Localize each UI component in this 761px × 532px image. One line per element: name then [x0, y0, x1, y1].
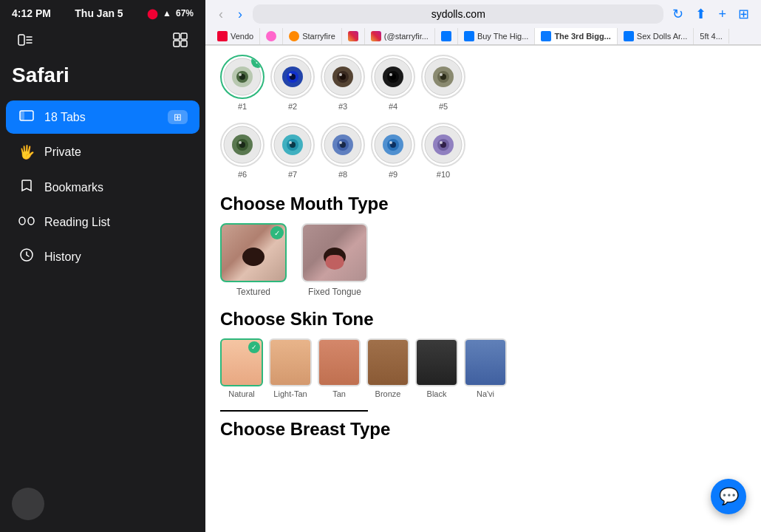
eye-options-row1: #1 #2: [220, 55, 746, 111]
eye-label-3: #3: [338, 102, 347, 111]
record-icon: ⬤: [147, 8, 158, 19]
mouth-option-fixed-tongue[interactable]: Fixed Tongue: [301, 223, 368, 297]
new-tab-action-button[interactable]: +: [715, 5, 729, 24]
tab-item[interactable]: Vendo: [211, 28, 260, 44]
skin-label-light-tan: Light-Tan: [273, 389, 307, 398]
share-button[interactable]: ⬆: [692, 4, 709, 24]
tab-item[interactable]: 5ft 4...: [694, 29, 729, 44]
tab-favicon: [371, 31, 381, 41]
eye-circle-3[interactable]: [321, 55, 365, 99]
eye-label-5: #5: [439, 102, 448, 111]
address-bar[interactable]: sydolls.com: [253, 4, 663, 24]
eye-label-4: #4: [389, 102, 397, 111]
reload-button[interactable]: ↻: [669, 4, 686, 24]
eye-circle-2[interactable]: [270, 55, 315, 99]
skin-img-tan[interactable]: [318, 338, 361, 386]
eye-option-4[interactable]: #4: [371, 55, 415, 111]
tab-item-active[interactable]: The 3rd Bigg...: [535, 28, 617, 44]
eye-option-9[interactable]: #9: [371, 123, 415, 179]
browser-main: ‹ › sydolls.com ↻ ⬆ + ⊞ Vendo St: [205, 0, 761, 532]
wifi-icon: ▲: [163, 8, 171, 18]
chat-bubble-button[interactable]: 💬: [711, 479, 746, 514]
eye-option-3[interactable]: #3: [321, 55, 365, 111]
browser-chrome: ‹ › sydolls.com ↻ ⬆ + ⊞ Vendo St: [205, 0, 761, 46]
skin-option-navi[interactable]: Na'vi: [464, 338, 507, 398]
eye-option-7[interactable]: #7: [270, 123, 315, 179]
skin-label-bronze: Bronze: [375, 389, 401, 398]
skin-option-natural[interactable]: Natural: [220, 338, 263, 398]
skin-img-light-tan[interactable]: [269, 338, 312, 386]
eye-circle-6[interactable]: [220, 123, 265, 167]
skin-option-light-tan[interactable]: Light-Tan: [269, 338, 312, 398]
skin-label-navi: Na'vi: [477, 389, 494, 398]
skin-img-navi[interactable]: [464, 338, 507, 386]
skin-option-tan[interactable]: Tan: [318, 338, 361, 398]
skin-option-bronze[interactable]: Bronze: [366, 338, 409, 398]
mouth-img-textured[interactable]: [220, 223, 287, 282]
skin-img-bronze[interactable]: [366, 338, 409, 386]
svg-rect-5: [181, 33, 187, 39]
tab-label: (@starryfir...: [384, 32, 429, 41]
new-tab-button[interactable]: [167, 27, 194, 53]
sidebar-toggle-button[interactable]: [12, 27, 38, 53]
mouth-label-textured: Textured: [236, 287, 270, 297]
back-button[interactable]: ‹: [214, 5, 228, 24]
sidebar-item-bookmarks[interactable]: Bookmarks: [6, 171, 199, 204]
status-bar: 4:12 PM Thu Jan 5 ⬤ ▲ 67%: [0, 0, 205, 22]
sidebar-item-history[interactable]: History: [6, 240, 199, 273]
history-icon: [18, 248, 35, 266]
eye-option-10[interactable]: #10: [421, 123, 465, 179]
eye-option-6[interactable]: #6: [220, 123, 265, 179]
mouth-img-fixed-tongue[interactable]: [301, 223, 368, 282]
sidebar-item-private-label: Private: [44, 146, 81, 159]
svg-point-37: [440, 73, 443, 76]
skin-img-black[interactable]: [415, 338, 458, 386]
svg-rect-9: [20, 111, 24, 120]
skin-label-tan: Tan: [332, 389, 346, 398]
eye-circle-7[interactable]: [270, 123, 315, 167]
sidebar-top-icons: [0, 22, 205, 61]
tab-item[interactable]: Buy The Hig...: [458, 28, 536, 44]
mouth-label-fixed-tongue: Fixed Tongue: [308, 287, 361, 297]
skin-img-natural[interactable]: [220, 338, 263, 386]
eye-label-6: #6: [238, 170, 247, 179]
status-date: Thu Jan 5: [75, 7, 123, 19]
app-title: Safari: [0, 61, 205, 99]
eye-options-row2: #6 #7: [220, 123, 746, 179]
tab-item[interactable]: [435, 28, 458, 44]
mouth-option-textured[interactable]: Textured: [220, 223, 287, 297]
tab-item[interactable]: Sex Dolls Ar...: [618, 28, 694, 44]
status-time: 4:12 PM: [12, 7, 51, 19]
tab-item[interactable]: [260, 28, 283, 44]
eye-label-8: #8: [338, 170, 347, 179]
forward-button[interactable]: ›: [233, 5, 247, 24]
sidebar-item-private[interactable]: 🖐 Private: [6, 137, 199, 168]
sidebar: 4:12 PM Thu Jan 5 ⬤ ▲ 67% Saf: [0, 0, 205, 532]
skin-options: Natural Light-Tan Tan Bronze Black: [220, 338, 746, 398]
eye-circle-5[interactable]: [421, 55, 465, 99]
eye-circle-9[interactable]: [371, 123, 415, 167]
eye-circle-4[interactable]: [371, 55, 415, 99]
skin-option-black[interactable]: Black: [415, 338, 458, 398]
eye-option-1[interactable]: #1: [220, 55, 265, 111]
tab-favicon: [624, 31, 634, 41]
tab-favicon: [289, 31, 299, 41]
tab-item[interactable]: (@starryfir...: [365, 28, 435, 44]
eye-label-2: #2: [288, 102, 297, 111]
sidebar-item-reading-list[interactable]: Reading List: [6, 207, 199, 237]
private-icon: 🖐: [18, 144, 35, 160]
tab-item[interactable]: [342, 28, 365, 44]
sidebar-item-tabs[interactable]: 18 Tabs ⊞: [6, 100, 199, 134]
mouth-section-title: Choose Mouth Type: [220, 194, 746, 214]
eye-option-2[interactable]: #2: [270, 55, 315, 111]
battery-icon: 67%: [176, 8, 194, 18]
eye-circle-1[interactable]: [220, 55, 265, 99]
eye-circle-10[interactable]: [421, 123, 465, 167]
svg-point-52: [339, 141, 342, 144]
tabs-grid-button[interactable]: ⊞: [735, 4, 752, 24]
tab-favicon: [217, 31, 228, 41]
eye-option-5[interactable]: #5: [421, 55, 465, 111]
tab-item[interactable]: Starryfire: [283, 28, 342, 44]
eye-circle-8[interactable]: [321, 123, 365, 167]
eye-option-8[interactable]: #8: [321, 123, 365, 179]
